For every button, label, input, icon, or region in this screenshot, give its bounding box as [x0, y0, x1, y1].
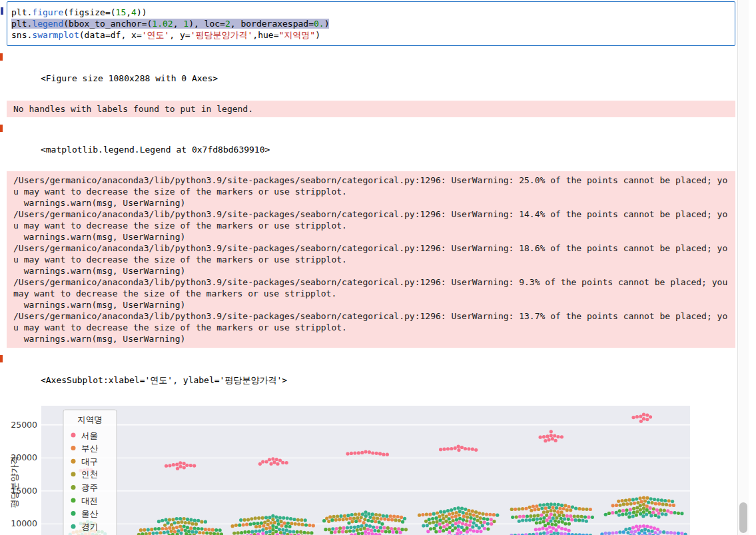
legend-title: 지역명: [77, 414, 103, 424]
code-line: plt.legend(bbox_to_anchor=(1.02, 1), loc…: [11, 18, 731, 29]
legend-repr-text: <matplotlib.legend.Legend at 0x7fd8bd639…: [41, 145, 270, 155]
userwarning-call: warnings.warn(msg, UserWarning): [13, 333, 729, 344]
legend-item-label: 대구: [81, 456, 98, 466]
code-line: sns.swarmplot(data=df, x='연도', y='평당분양가격…: [11, 29, 731, 41]
userwarning-call: warnings.warn(msg, UserWarning): [13, 231, 729, 243]
out-prompt-clipped: [0, 53, 3, 61]
code-line: plt.figure(figsize=(15,4)): [11, 7, 731, 18]
legend-swatch: [71, 459, 76, 464]
swarmplot-svg: 5000100001500020000250002013201420152016…: [9, 402, 735, 535]
userwarning-call: warnings.warn(msg, UserWarning): [13, 299, 729, 310]
vertical-scrollbar-track[interactable]: [737, 0, 749, 535]
output-figure-repr: <Figure size 1080x288 with 0 Axes>: [7, 52, 735, 95]
userwarning-message: /Users/germanico/anaconda3/lib/python3.9…: [13, 175, 728, 197]
userwarning-call: warnings.warn(msg, UserWarning): [13, 197, 729, 209]
userwarning-message: /Users/germanico/anaconda3/lib/python3.9…: [13, 209, 728, 231]
legend-item-label: 부산: [81, 443, 99, 453]
legend-item-label: 경기: [81, 522, 98, 532]
legend-item-label: 울산: [81, 508, 99, 518]
userwarning-message: /Users/germanico/anaconda3/lib/python3.9…: [13, 243, 728, 265]
legend-swatch: [71, 472, 76, 476]
legend-swatch: [71, 433, 76, 438]
out-prompt-clipped: [0, 355, 3, 362]
legend-item-label: 인천: [81, 469, 98, 479]
legend-item-label: 대전: [81, 496, 98, 506]
notebook-cells: plt.figure(figsize=(15,4))plt.legend(bbo…: [7, 0, 735, 535]
stderr-userwarnings: /Users/germanico/anaconda3/lib/python3.9…: [7, 171, 735, 348]
swarmplot-figure: 5000100001500020000250002013201420152016…: [9, 402, 735, 535]
legend-swatch: [71, 524, 76, 529]
in-prompt-clipped: [1, 7, 3, 15]
no-handles-warning-text: No handles with labels found to put in l…: [13, 104, 253, 114]
figure-repr-text: <Figure size 1080x288 with 0 Axes>: [41, 73, 218, 83]
output-legend-repr: <matplotlib.legend.Legend at 0x7fd8bd639…: [7, 123, 735, 166]
userwarning-message: /Users/germanico/anaconda3/lib/python3.9…: [13, 276, 728, 299]
out-prompt-clipped: [0, 125, 3, 132]
y-tick-label: 10000: [11, 518, 37, 528]
vertical-scrollbar-thumb[interactable]: [739, 502, 747, 533]
userwarning-call: warnings.warn(msg, UserWarning): [13, 265, 729, 276]
axes-repr-text: <AxesSubplot:xlabel='연도', ylabel='평당분양가격…: [41, 375, 287, 385]
userwarning-message: /Users/germanico/anaconda3/lib/python3.9…: [13, 310, 728, 333]
legend-swatch: [71, 485, 76, 490]
y-tick-label: 25000: [11, 420, 37, 430]
notebook-page: plt.figure(figsize=(15,4))plt.legend(bbo…: [0, 0, 756, 535]
legend-item-label: 광주: [81, 482, 98, 492]
y-axis-title: 평당분양가격: [9, 456, 19, 508]
output-axes-repr: <AxesSubplot:xlabel='연도', ylabel='평당분양가격…: [7, 354, 735, 396]
chart-legend: 지역명서울부산대구인천광주대전울산경기세종강원충북충남전북전남경북경남제주: [63, 410, 117, 535]
legend-swatch: [71, 446, 76, 450]
stderr-no-handles-warning: No handles with labels found to put in l…: [7, 101, 735, 117]
legend-item-label: 서울: [81, 430, 98, 440]
legend-swatch: [71, 498, 76, 503]
code-cell-input[interactable]: plt.figure(figsize=(15,4))plt.legend(bbo…: [7, 1, 735, 46]
legend-swatch: [71, 511, 76, 516]
